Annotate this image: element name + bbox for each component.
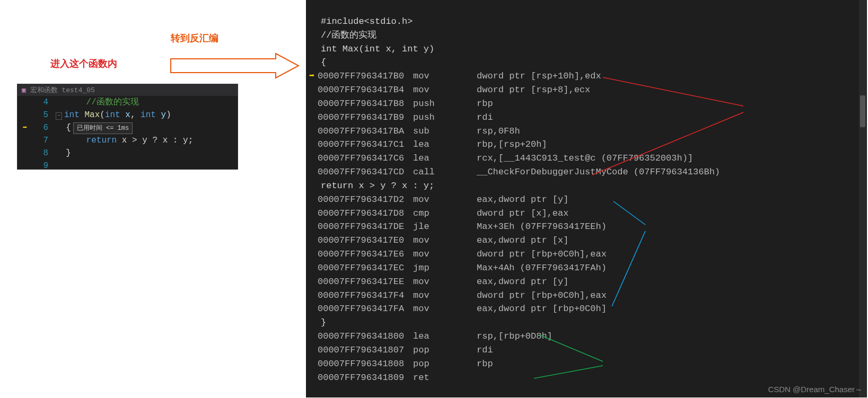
annotation-enter-func: 进入这个函数内: [50, 57, 117, 70]
disasm-row: 00007FF7963417B4movdword ptr [rsp+8],ecx: [306, 83, 867, 97]
address: 00007FF7963417F4: [318, 289, 413, 303]
mnemonic: mov: [413, 302, 477, 316]
operand: rsp,[rbp+0D8h]: [477, 330, 867, 343]
address: 00007FF796341807: [318, 343, 413, 357]
address: 00007FF796341800: [318, 330, 413, 343]
disasm-row: 00007FF796341807poprdi: [306, 343, 867, 357]
disasm-source-line: int Max(int x, int y): [306, 42, 867, 56]
scrollbar[interactable]: [859, 0, 866, 397]
disasm-row: 00007FF796341808poprbp: [306, 357, 867, 371]
mnemonic: mov: [413, 193, 477, 207]
disasm-source-line: return x > y ? x : y;: [306, 179, 867, 193]
disasm-row: 00007FF7963417E0moveax,dword ptr [x]: [306, 234, 867, 247]
disasm-row: 00007FF7963417DEjleMax+3Eh (07FF7963417E…: [306, 220, 867, 234]
operand: Max+3Eh (07FF7963417EEh): [477, 220, 867, 234]
operand: dword ptr [rsp+8],ecx: [477, 83, 867, 97]
disasm-row: 00007FF7963417E6movdword ptr [rbp+0C0h],…: [306, 247, 867, 261]
address: 00007FF7963417CD: [318, 165, 413, 179]
address: 00007FF7963417BA: [318, 125, 413, 138]
mnemonic: push: [413, 97, 477, 111]
mnemonic: pop: [413, 357, 477, 371]
mnemonic: cmp: [413, 207, 477, 220]
address: 00007FF7963417D2: [318, 193, 413, 207]
operand: dword ptr [rbp+0C0h],eax: [477, 289, 867, 303]
mnemonic: lea: [413, 330, 477, 343]
disasm-row: 00007FF7963417ECjmpMax+4Ah (07FF7963417F…: [306, 261, 867, 275]
disasm-row: 00007FF7963417D8cmpdword ptr [x],eax: [306, 207, 867, 220]
disasm-source-line: #include<stdio.h>: [306, 15, 867, 29]
mnemonic: jle: [413, 220, 477, 234]
operand: eax,dword ptr [rbp+0C0h]: [477, 302, 867, 316]
code-line: 9: [17, 160, 238, 172]
disasm-row: 00007FF7963417EEmoveax,dword ptr [y]: [306, 275, 867, 289]
disasm-row: 00007FF7963417B9pushrdi: [306, 111, 867, 125]
mnemonic: mov: [413, 275, 477, 289]
address: 00007FF7963417C1: [318, 138, 413, 152]
code-line: 5 −int Max(int x, int y): [17, 109, 238, 121]
disasm-row: 00007FF7963417B8pushrbp: [306, 97, 867, 111]
mnemonic: pop: [413, 343, 477, 357]
address: 00007FF7963417EE: [318, 275, 413, 289]
operand: [477, 371, 867, 385]
disassembly-panel: #include<stdio.h> //函数的实现 int Max(int x,…: [306, 0, 867, 397]
operand: eax,dword ptr [x]: [477, 234, 867, 247]
disasm-row: 00007FF7963417CDcall__CheckForDebuggerJu…: [306, 165, 867, 179]
operand: dword ptr [rsp+10h],edx: [477, 69, 867, 83]
code-line: 8 }: [17, 147, 238, 160]
disasm-row: ➡00007FF7963417B0movdword ptr [rsp+10h],…: [306, 69, 867, 83]
operand: rbp: [477, 357, 867, 371]
mnemonic: lea: [413, 138, 477, 152]
watermark: CSDN @Dream_Chaser～: [768, 385, 863, 395]
disasm-row: 00007FF7963417F4movdword ptr [rbp+0C0h],…: [306, 289, 867, 303]
address: 00007FF796341808: [318, 357, 413, 371]
current-line-arrow-icon: ➡: [17, 122, 32, 134]
mnemonic: ret: [413, 371, 477, 385]
code-line: 4 //函数的实现: [17, 96, 238, 109]
code-line-current: ➡ 6 {已用时间 <= 1ms: [17, 121, 238, 134]
operand: Max+4Ah (07FF7963417FAh): [477, 261, 867, 275]
operand: __CheckForDebuggerJustMyCode (07FF796341…: [477, 165, 867, 179]
timing-badge: 已用时间 <= 1ms: [73, 122, 133, 134]
disasm-row: 00007FF7963417C1learbp,[rsp+20h]: [306, 138, 867, 152]
current-arrow-icon: ➡: [306, 69, 318, 83]
code-line: 7 return x > y ? x : y;: [17, 134, 238, 147]
disasm-source-line: //函数的实现: [306, 29, 867, 42]
mnemonic: mov: [413, 289, 477, 303]
address: 00007FF7963417D8: [318, 207, 413, 220]
address: 00007FF7963417E6: [318, 247, 413, 261]
tab-label: 宏和函数 test4_05: [30, 86, 95, 94]
address: 00007FF7963417B8: [318, 97, 413, 111]
mnemonic: lea: [413, 152, 477, 165]
operand: eax,dword ptr [y]: [477, 193, 867, 207]
mnemonic: call: [413, 165, 477, 179]
annotation-goto-disasm: 转到反汇编: [171, 32, 218, 45]
operand: rdi: [477, 111, 867, 125]
operand: rbp: [477, 97, 867, 111]
disasm-row: 00007FF796341800learsp,[rbp+0D8h]: [306, 330, 867, 343]
tab-bar[interactable]: ▣ 宏和函数 test4_05: [17, 84, 238, 96]
mnemonic: mov: [413, 247, 477, 261]
disasm-row: 00007FF7963417C6learcx,[__1443C913_test@…: [306, 152, 867, 165]
operand: rsp,0F8h: [477, 125, 867, 138]
source-code-panel: ▣ 宏和函数 test4_05 4 //函数的实现 5 −int Max(int…: [17, 84, 238, 170]
operand: rcx,[__1443C913_test@c (07FF796352003h)]: [477, 152, 867, 165]
disasm-row: 00007FF7963417BAsubrsp,0F8h: [306, 125, 867, 138]
address: 00007FF7963417DE: [318, 220, 413, 234]
address: 00007FF7963417EC: [318, 261, 413, 275]
address: 00007FF7963417B0: [318, 69, 413, 83]
disasm-source-line: }: [306, 316, 867, 330]
disasm-row: 00007FF7963417D2moveax,dword ptr [y]: [306, 193, 867, 207]
address: 00007FF7963417B4: [318, 83, 413, 97]
address: 00007FF7963417B9: [318, 111, 413, 125]
operand: eax,dword ptr [y]: [477, 275, 867, 289]
mnemonic: mov: [413, 234, 477, 247]
arrow-icon: [170, 52, 300, 79]
operand: rbp,[rsp+20h]: [477, 138, 867, 152]
address: 00007FF796341809: [318, 371, 413, 385]
mnemonic: push: [413, 111, 477, 125]
disasm-row: 00007FF7963417FAmoveax,dword ptr [rbp+0C…: [306, 302, 867, 316]
address: 00007FF7963417FA: [318, 302, 413, 316]
address: 00007FF7963417E0: [318, 234, 413, 247]
mnemonic: mov: [413, 83, 477, 97]
operand: dword ptr [x],eax: [477, 207, 867, 220]
